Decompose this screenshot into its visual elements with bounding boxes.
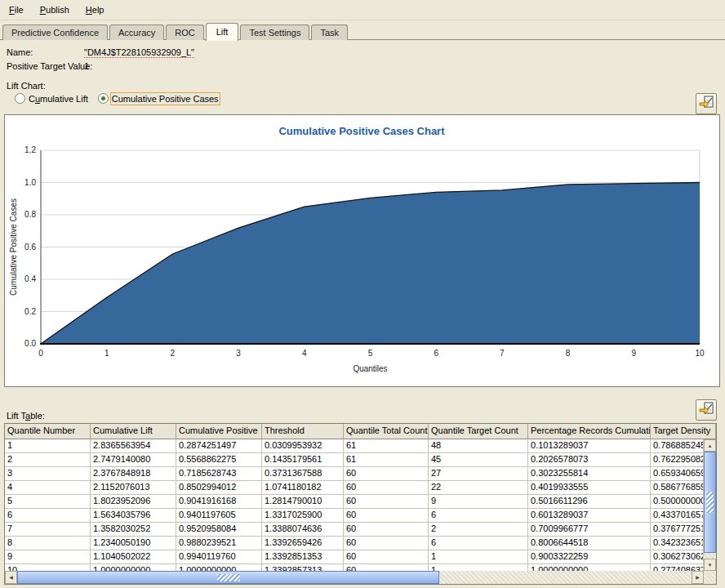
table-cell[interactable]: 2 — [5, 453, 91, 467]
table-cell[interactable]: 0.7868852459 — [651, 439, 704, 453]
table-cell[interactable]: 0.3731367588 — [262, 467, 344, 481]
table-cell[interactable]: 2.3767848918 — [91, 467, 176, 481]
table-cell[interactable]: 0.4019933555 — [528, 481, 651, 495]
table-cell[interactable]: 0.3423236515 — [651, 537, 704, 550]
column-header-percentage-records-cumulative[interactable]: Percentage Records Cumulative — [528, 424, 651, 439]
table-cell[interactable]: 60 — [344, 481, 429, 495]
table-cell[interactable]: 2.1152076013 — [91, 481, 176, 495]
table-cell[interactable]: 0.3023255814 — [528, 467, 651, 481]
horizontal-scrollbar[interactable]: ◀ ▶ — [5, 571, 716, 584]
table-cell[interactable]: 0.7622950820 — [651, 453, 704, 467]
table-cell[interactable]: 0.1435179561 — [262, 453, 344, 467]
table-cell[interactable]: 60 — [344, 537, 429, 550]
table-cell[interactable]: 0.1013289037 — [528, 439, 651, 453]
table-cell[interactable]: 1.1040502022 — [91, 550, 176, 564]
column-header-threshold[interactable]: Threshold — [262, 424, 344, 439]
table-cell[interactable]: 3 — [5, 467, 91, 481]
column-header-quantile-target-count[interactable]: Quantile Target Count — [429, 424, 528, 439]
table-cell[interactable]: 2 — [429, 523, 528, 537]
tab-test-settings[interactable]: Test Settings — [240, 24, 309, 40]
table-cell[interactable]: 0.3767772512 — [651, 523, 704, 537]
table-cell[interactable]: 0.3062730627 — [651, 550, 704, 564]
table-cell[interactable]: 0.7009966777 — [528, 523, 651, 537]
table-cell[interactable]: 7 — [5, 523, 91, 537]
tab-predictive-confidence[interactable]: Predictive Confidence — [2, 24, 108, 40]
table-cell[interactable]: 0.5867768595 — [651, 481, 704, 495]
table-export-button[interactable] — [696, 399, 717, 421]
column-header-quantile-total-count[interactable]: Quantile Total Count — [344, 424, 429, 439]
radio-selected-icon[interactable] — [98, 93, 109, 104]
table-cell[interactable]: 2.8365563954 — [91, 439, 176, 453]
table-cell[interactable]: 1.3317025900 — [262, 509, 344, 523]
table-cell[interactable]: 60 — [344, 550, 429, 564]
table-cell[interactable]: 6 — [429, 537, 528, 550]
table-cell[interactable]: 1.3582030252 — [91, 523, 176, 537]
table-cell[interactable]: 60 — [344, 509, 429, 523]
column-header-cumulative-positive[interactable]: Cumulative Positive — [176, 424, 262, 439]
tab-lift[interactable]: Lift — [206, 23, 239, 41]
table-cell[interactable]: 0.8006644518 — [528, 537, 651, 550]
table-cell[interactable]: 0.9401197605 — [176, 509, 262, 523]
table-cell[interactable]: 2.7479140080 — [91, 453, 176, 467]
vscroll-thumb[interactable] — [704, 452, 716, 553]
table-cell[interactable]: 0.2774086379 — [651, 564, 704, 571]
table-cell[interactable]: 27 — [429, 467, 528, 481]
table-cell[interactable]: 61 — [344, 453, 429, 467]
column-header-cumulative-lift[interactable]: Cumulative Lift — [91, 424, 176, 439]
scroll-up-button[interactable]: ▲ — [704, 439, 716, 452]
table-cell[interactable]: 0.2026578073 — [528, 453, 651, 467]
table-cell[interactable]: 1.3392857313 — [262, 564, 344, 571]
scroll-down-button[interactable]: ▼ — [704, 559, 716, 571]
table-cell[interactable]: 4 — [5, 481, 91, 495]
table-cell[interactable]: 1 — [429, 564, 528, 571]
table-cell[interactable]: 6 — [5, 509, 91, 523]
table-cell[interactable]: 22 — [429, 481, 528, 495]
table-cell[interactable]: 60 — [344, 523, 429, 537]
table-cell[interactable]: 45 — [429, 453, 528, 467]
table-cell[interactable]: 5 — [5, 495, 91, 509]
table-cell[interactable]: 0.9940119760 — [176, 550, 262, 564]
scroll-right-button[interactable]: ▶ — [692, 571, 704, 584]
hscroll-thumb[interactable] — [17, 571, 439, 584]
table-cell[interactable]: 60 — [344, 467, 429, 481]
table-cell[interactable]: 0.2874251497 — [176, 439, 262, 453]
table-cell[interactable]: 9 — [5, 550, 91, 564]
table-cell[interactable]: 1.0000000000 — [528, 564, 651, 571]
tab-accuracy[interactable]: Accuracy — [109, 24, 164, 40]
table-cell[interactable]: 1.2814790010 — [262, 495, 344, 509]
column-header-target-density[interactable]: Target Density — [651, 424, 716, 439]
table-cell[interactable]: 0.5568862275 — [176, 453, 262, 467]
menu-file[interactable]: File — [7, 3, 26, 16]
tab-roc[interactable]: ROC — [166, 24, 203, 40]
table-cell[interactable]: 1 — [5, 439, 91, 453]
table-cell[interactable]: 60 — [344, 564, 429, 571]
table-cell[interactable]: 8 — [5, 537, 91, 550]
table-cell[interactable]: 0.9041916168 — [176, 495, 262, 509]
table-cell[interactable]: 0.0309953932 — [262, 439, 344, 453]
menu-help[interactable]: Help — [83, 3, 107, 16]
table-cell[interactable]: 0.4337016575 — [651, 509, 704, 523]
column-header-quantile-number[interactable]: Quantile Number — [5, 424, 91, 439]
table-cell[interactable]: 60 — [344, 495, 429, 509]
menu-publish[interactable]: Publish — [38, 3, 72, 16]
vertical-scrollbar[interactable]: ▲ ▼ — [704, 439, 716, 571]
table-cell[interactable]: 10 — [5, 564, 91, 571]
radio-cumulative-lift[interactable]: Cumulative Lift — [15, 93, 88, 104]
table-cell[interactable]: 1.2340050190 — [91, 537, 176, 550]
table-cell[interactable]: 1.8023952096 — [91, 495, 176, 509]
table-cell[interactable]: 0.8502994012 — [176, 481, 262, 495]
table-cell[interactable]: 1.3388074636 — [262, 523, 344, 537]
radio-unselected-icon[interactable] — [15, 93, 25, 104]
scroll-left-button[interactable]: ◀ — [5, 571, 17, 584]
table-cell[interactable]: 0.7185628743 — [176, 467, 262, 481]
table-cell[interactable]: 0.5016611296 — [528, 495, 651, 509]
tab-task[interactable]: Task — [311, 24, 348, 40]
table-cell[interactable]: 1.3392659426 — [262, 537, 344, 550]
table-cell[interactable]: 1.0000000000 — [176, 564, 262, 571]
radio-cumulative-positive-cases[interactable]: Cumulative Positive Cases — [98, 93, 219, 104]
table-cell[interactable]: 1.5634035796 — [91, 509, 176, 523]
table-cell[interactable]: 0.9520958084 — [176, 523, 262, 537]
table-cell[interactable]: 1 — [429, 550, 528, 564]
table-cell[interactable]: 61 — [344, 439, 429, 453]
table-cell[interactable]: 0.9880239521 — [176, 537, 262, 550]
